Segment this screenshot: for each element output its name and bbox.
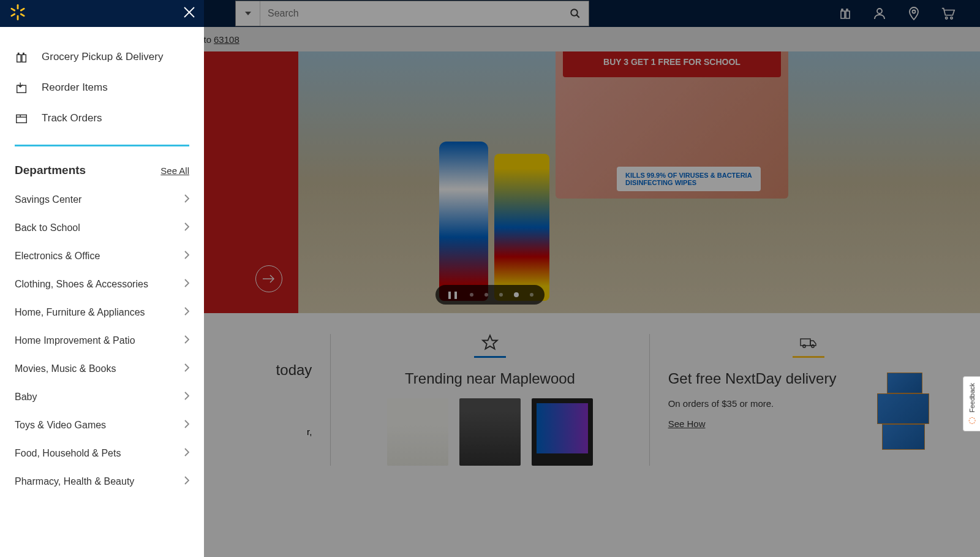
close-menu-button[interactable] [183,6,195,21]
chat-icon: ◌ [968,415,976,425]
chevron-right-icon [184,335,189,346]
department-item[interactable]: Baby [15,383,189,411]
department-label: Pharmacy, Health & Beauty [15,476,134,487]
department-label: Back to School [15,222,80,233]
department-item[interactable]: Toys & Video Games [15,411,189,439]
chevron-right-icon [184,194,189,205]
svg-rect-21 [10,7,16,12]
departments-list: Savings CenterBack to SchoolElectronics … [0,186,204,508]
chevron-right-icon [184,392,189,403]
quick-link-track[interactable]: Track Orders [15,103,189,134]
chevron-right-icon [184,363,189,374]
department-item[interactable]: Clothing, Shoes & Accessories [15,270,189,298]
feedback-tab[interactable]: Feedback ◌ [963,376,980,431]
svg-rect-17 [17,4,19,9]
department-label: Toys & Video Games [15,420,106,431]
quick-link-label: Track Orders [42,112,102,124]
departments-header: Departments See All [0,146,204,186]
svg-rect-19 [20,7,25,12]
chevron-right-icon [184,251,189,262]
package-icon [15,112,28,125]
department-item[interactable]: Savings Center [15,186,189,214]
department-label: Baby [15,392,37,403]
chevron-right-icon [184,307,189,318]
quick-link-reorder[interactable]: Reorder Items [15,72,189,103]
svg-rect-18 [17,15,19,20]
department-label: Home, Furniture & Appliances [15,307,145,318]
departments-heading: Departments [15,164,86,177]
side-menu-header [0,0,204,27]
quick-links: Grocery Pickup & Delivery Reorder Items … [0,27,204,134]
quick-link-label: Grocery Pickup & Delivery [42,51,163,63]
svg-rect-22 [20,13,25,17]
department-item[interactable]: Movies, Music & Books [15,355,189,383]
department-item[interactable]: Home Improvement & Patio [15,327,189,355]
chevron-right-icon [184,448,189,459]
quick-link-grocery[interactable]: Grocery Pickup & Delivery [15,42,189,72]
grocery-bag-icon [15,50,28,64]
department-item[interactable]: Home, Furniture & Appliances [15,298,189,327]
department-item[interactable]: Back to School [15,214,189,242]
department-label: Food, Household & Pets [15,448,121,459]
chevron-right-icon [184,222,189,233]
department-label: Clothing, Shoes & Accessories [15,279,148,290]
department-label: Savings Center [15,194,81,205]
svg-rect-26 [17,115,27,123]
chevron-right-icon [184,279,189,290]
department-item[interactable]: Pharmacy, Health & Beauty [15,468,189,496]
department-label: Movies, Music & Books [15,363,116,374]
quick-link-label: Reorder Items [42,81,108,94]
reorder-icon [15,81,28,94]
feedback-label: Feedback [968,383,976,412]
walmart-logo[interactable] [9,3,27,24]
svg-rect-20 [10,13,16,17]
department-item[interactable]: Electronics & Office [15,242,189,270]
department-label: Home Improvement & Patio [15,335,135,346]
department-label: Electronics & Office [15,251,100,262]
department-item[interactable]: Food, Household & Pets [15,439,189,468]
see-all-link[interactable]: See All [160,165,189,176]
chevron-right-icon [184,476,189,487]
side-navigation: Grocery Pickup & Delivery Reorder Items … [0,0,204,557]
chevron-right-icon [184,420,189,431]
